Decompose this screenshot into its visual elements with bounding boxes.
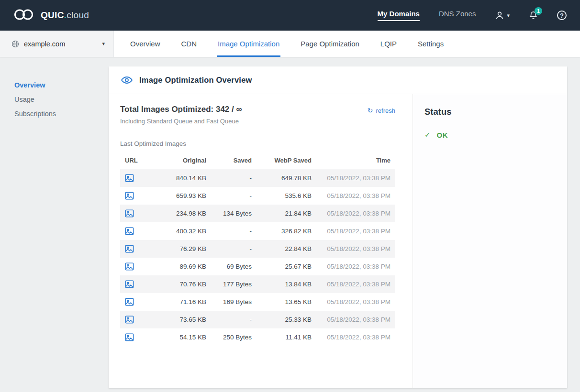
sidebar-item-usage[interactable]: Usage [14,96,109,103]
total-row: Total Images Optimized: 342 / ∞ Includin… [120,105,395,125]
question-mark-icon: ? [560,12,564,19]
table-row: 89.69 KB 69 Bytes 25.67 KB 05/18/2022, 0… [120,258,395,275]
image-thumbnail-icon [125,262,134,271]
quic-cloud-logo-icon [13,8,34,23]
sidebar-item-subscriptions[interactable]: Subscriptions [14,110,109,117]
image-thumbnail-icon [125,298,134,306]
url-cell [120,222,154,240]
original-size-cell: 840.14 KB [154,169,211,187]
refresh-button[interactable]: ↻ refresh [368,107,395,114]
time-cell: 05/18/2022, 03:38 PM [316,293,395,311]
table-row: 840.14 KB - 649.78 KB 05/18/2022, 03:38 … [120,169,395,187]
webp-saved-cell: 25.67 KB [257,258,316,275]
original-size-cell: 73.65 KB [154,311,211,328]
tab-settings[interactable]: Settings [417,31,445,57]
url-cell [120,328,154,346]
webp-saved-cell: 21.84 KB [257,205,316,222]
original-size-cell: 400.32 KB [154,222,211,240]
table-row: 70.76 KB 177 Bytes 13.84 KB 05/18/2022, … [120,275,395,293]
webp-saved-cell: 649.78 KB [257,169,316,187]
saved-cell: 177 Bytes [211,275,257,293]
page-body: Overview Usage Subscriptions Image Optim… [0,57,580,392]
table-row: 54.15 KB 250 Bytes 11.41 KB 05/18/2022, … [120,328,395,346]
time-cell: 05/18/2022, 03:38 PM [316,205,395,222]
saved-cell: - [211,240,257,258]
time-cell: 05/18/2022, 03:38 PM [316,258,395,275]
col-header-original: Original [154,152,211,169]
sidebar-item-overview[interactable]: Overview [14,82,109,88]
chevron-down-icon: ▾ [102,41,105,47]
time-cell: 05/18/2022, 03:38 PM [316,187,395,205]
saved-cell: 250 Bytes [211,328,257,346]
status-panel: Status ✓ OK [413,94,567,388]
table-header-row: URL Original Saved WebP Saved Time [120,152,395,169]
tab-overview[interactable]: Overview [129,31,161,57]
brand-quic: QUIC [41,10,64,20]
status-value: OK [437,131,448,139]
globe-icon [11,40,19,48]
navbar-links: My Domains DNS Zones ▾ 1 [378,10,567,21]
card-body: Total Images Optimized: 342 / ∞ Includin… [109,94,567,388]
tab-page-optimization[interactable]: Page Optimization [300,31,360,57]
image-thumbnail-icon [125,192,134,200]
url-cell [120,187,154,205]
total-images-optimized: Total Images Optimized: 342 / ∞ [120,105,242,114]
user-menu-button[interactable]: ▾ [495,11,510,20]
user-icon [495,11,504,20]
webp-saved-cell: 22.84 KB [257,240,316,258]
status-row: ✓ OK [424,131,556,139]
time-cell: 05/18/2022, 03:38 PM [316,328,395,346]
saved-cell: - [211,222,257,240]
table-row: 73.65 KB - 25.33 KB 05/18/2022, 03:38 PM [120,311,395,328]
nav-dns-zones[interactable]: DNS Zones [439,10,476,21]
eye-icon [121,76,133,84]
image-thumbnail-icon [125,245,134,253]
nav-my-domains[interactable]: My Domains [378,10,420,21]
image-thumbnail-icon [125,333,134,341]
tab-cdn[interactable]: CDN [180,31,198,57]
refresh-icon: ↻ [368,107,373,114]
notifications-button[interactable]: 1 [529,11,538,20]
url-cell [120,275,154,293]
table-label: Last Optimized Images [120,140,395,147]
optimization-content: Total Images Optimized: 342 / ∞ Includin… [109,94,413,388]
webp-saved-cell: 535.6 KB [257,187,316,205]
tab-lqip[interactable]: LQIP [379,31,398,57]
webp-saved-cell: 13.65 KB [257,293,316,311]
table-row: 659.93 KB - 535.6 KB 05/18/2022, 03:38 P… [120,187,395,205]
col-header-url: URL [120,152,154,169]
image-thumbnail-icon [125,209,134,218]
time-cell: 05/18/2022, 03:38 PM [316,311,395,328]
table-body: 840.14 KB - 649.78 KB 05/18/2022, 03:38 … [120,169,395,347]
tab-image-optimization[interactable]: Image Optimization [217,31,280,57]
sidebar: Overview Usage Subscriptions [0,57,109,392]
total-block: Total Images Optimized: 342 / ∞ Includin… [120,105,242,125]
original-size-cell: 89.69 KB [154,258,211,275]
original-size-cell: 659.93 KB [154,187,211,205]
original-size-cell: 71.16 KB [154,293,211,311]
table-head: URL Original Saved WebP Saved Time [120,152,395,169]
time-cell: 05/18/2022, 03:38 PM [316,222,395,240]
card-header: Image Optimization Overview [109,66,567,94]
original-size-cell: 234.98 KB [154,205,211,222]
page-title: Image Optimization Overview [139,76,252,85]
col-header-time: Time [316,152,395,169]
tabs: Overview CDN Image Optimization Page Opt… [129,31,445,57]
saved-cell: 69 Bytes [211,258,257,275]
domain-name: example.com [24,40,65,48]
time-cell: 05/18/2022, 03:38 PM [316,169,395,187]
image-thumbnail-icon [125,174,134,182]
table-row: 400.32 KB - 326.82 KB 05/18/2022, 03:38 … [120,222,395,240]
notification-badge: 1 [535,7,542,15]
url-cell [120,293,154,311]
help-button[interactable]: ? [557,11,567,20]
last-optimized-table: URL Original Saved WebP Saved Time [120,152,395,346]
webp-saved-cell: 25.33 KB [257,311,316,328]
saved-cell: 134 Bytes [211,205,257,222]
saved-cell: - [211,311,257,328]
main-card: Image Optimization Overview Total Images… [109,66,567,388]
brand[interactable]: QUIC.cloud [13,8,89,23]
domain-selector[interactable]: example.com ▾ [0,31,114,57]
app: QUIC.cloud My Domains DNS Zones ▾ [0,0,580,392]
brand-text: QUIC.cloud [41,10,89,21]
